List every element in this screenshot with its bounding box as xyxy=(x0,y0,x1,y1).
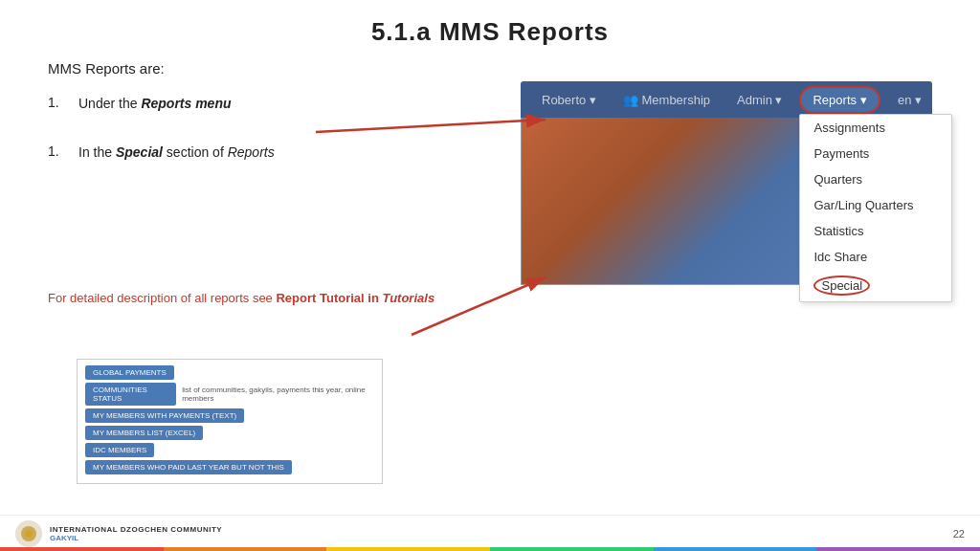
list-bold-2: Special xyxy=(116,144,163,160)
footer-logo xyxy=(15,520,42,547)
list-item-2: 1. In the Special section of Reports xyxy=(48,143,511,163)
global-payments-btn[interactable]: GLOBAL PAYMENTS xyxy=(85,365,174,380)
list-bold-1: Reports menu xyxy=(141,96,231,111)
reports-chevron: ▾ xyxy=(860,93,867,107)
dd-quarters[interactable]: Quarters xyxy=(800,166,951,192)
footer-org-sub: GAKYIL xyxy=(50,534,222,542)
communities-status-btn[interactable]: COMMUNITIES STATUS xyxy=(85,383,176,406)
left-content: 1. Under the Reports menu 1. In the Spec… xyxy=(48,86,511,285)
list-number-2: 1. xyxy=(48,143,69,159)
list-italic-2: Reports xyxy=(228,144,275,160)
list-text-2: In the Special section of Reports xyxy=(78,143,275,163)
footer-color-lines xyxy=(0,547,980,551)
dd-idc-share[interactable]: Idc Share xyxy=(800,244,951,270)
footer-text: INTERNATIONAL DZOGCHEN COMMUNITY GAKYIL xyxy=(50,525,222,542)
page-title: 5.1.a MMS Reports xyxy=(48,17,932,47)
nav-roberto[interactable]: Roberto ▾ xyxy=(532,87,606,113)
nav-lang[interactable]: en ▾ xyxy=(888,87,931,113)
footer-org-name: INTERNATIONAL DZOGCHEN COMMUNITY xyxy=(50,525,222,534)
reports-label: Reports xyxy=(813,93,857,107)
note-prefix: For detailed description of all reports … xyxy=(48,291,276,305)
footer: INTERNATIONAL DZOGCHEN COMMUNITY GAKYIL … xyxy=(0,515,980,551)
special-circle-label: Special xyxy=(813,276,870,296)
dd-special[interactable]: Special xyxy=(800,270,951,301)
page-container: 5.1.a MMS Reports MMS Reports are: 1. Un… xyxy=(0,0,980,551)
dd-statistics[interactable]: Statistics xyxy=(800,218,951,244)
nav-reports-btn[interactable]: Reports ▾ xyxy=(799,86,880,114)
footer-line-purple xyxy=(816,547,980,551)
dd-payments[interactable]: Payments xyxy=(800,141,951,166)
my-members-excel-btn[interactable]: MY MEMBERS LIST (EXCEL) xyxy=(85,426,203,440)
list-number-1: 1. xyxy=(48,94,69,110)
small-screenshot: GLOBAL PAYMENTS COMMUNITIES STATUS list … xyxy=(77,359,383,484)
footer-line-orange xyxy=(164,547,327,551)
dropdown-container: Reports ▾ Assignments Payments Quarters … xyxy=(799,86,880,114)
svg-line-2 xyxy=(412,277,546,335)
footer-line-blue xyxy=(654,547,817,551)
content-area: 1. Under the Reports menu 1. In the Spec… xyxy=(48,86,932,285)
idc-members-btn-wrap: IDC MEMBERS xyxy=(85,443,374,457)
my-members-payments-btn-wrap: MY MEMBERS WITH PAYMENTS (TEXT) xyxy=(85,408,374,423)
reports-dropdown-menu: Assignments Payments Quarters Gar/Ling Q… xyxy=(799,114,952,302)
dd-assignments[interactable]: Assignments xyxy=(800,115,951,141)
footer-line-green xyxy=(490,547,654,551)
my-members-last-year-btn-wrap: MY MEMBERS WHO PAID LAST YEAR BUT NOT TH… xyxy=(85,460,374,474)
my-members-last-year-btn[interactable]: MY MEMBERS WHO PAID LAST YEAR BUT NOT TH… xyxy=(85,460,292,474)
idc-members-btn[interactable]: IDC MEMBERS xyxy=(85,443,154,457)
note-italic: Tutorials xyxy=(382,291,434,305)
footer-page-number: 22 xyxy=(953,528,965,540)
nav-membership[interactable]: 👥 Membership xyxy=(613,87,720,113)
list-text-1: Under the Reports menu xyxy=(78,94,232,114)
navbar-screenshot: Roberto ▾ 👥 Membership Admin ▾ Reports ▾… xyxy=(521,81,932,118)
my-members-payments-btn[interactable]: MY MEMBERS WITH PAYMENTS (TEXT) xyxy=(85,408,244,423)
svg-point-4 xyxy=(25,530,33,538)
note-bold: Report Tutorial in xyxy=(276,291,382,305)
my-members-excel-btn-wrap: MY MEMBERS LIST (EXCEL) xyxy=(85,426,374,440)
nav-admin[interactable]: Admin ▾ xyxy=(727,87,791,113)
screenshot-area: Roberto ▾ 👥 Membership Admin ▾ Reports ▾… xyxy=(521,81,932,285)
footer-line-red xyxy=(0,547,164,551)
communities-status-row: COMMUNITIES STATUS list of communities, … xyxy=(85,383,374,406)
btn-global-payments[interactable]: GLOBAL PAYMENTS xyxy=(85,365,374,380)
list-item-1: 1. Under the Reports menu xyxy=(48,94,511,114)
communities-status-text: list of communities, gakyils, payments t… xyxy=(182,386,374,403)
intro-text: MMS Reports are: xyxy=(48,60,932,77)
footer-line-yellow xyxy=(326,547,490,551)
dd-gar-ling[interactable]: Gar/Ling Quarters xyxy=(800,192,951,218)
